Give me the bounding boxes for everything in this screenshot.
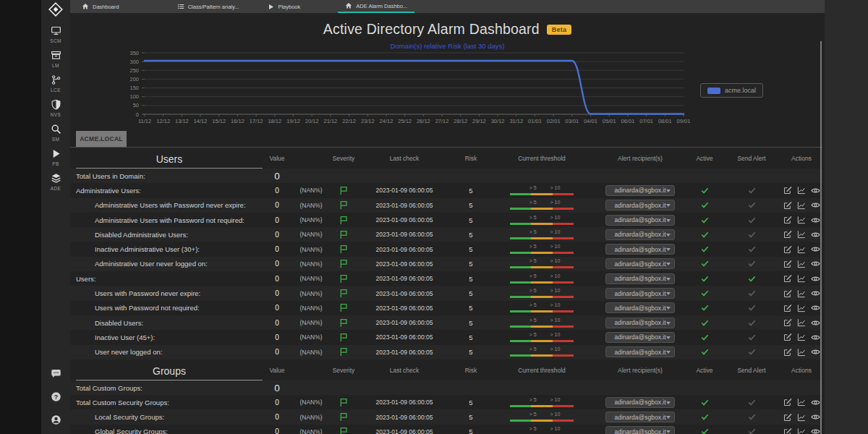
active-toggle[interactable]: [686, 290, 723, 297]
sidebar-item-sm[interactable]: SM: [51, 124, 61, 142]
threshold-bar[interactable]: > 5> 10: [510, 229, 574, 240]
alarm-chart-button[interactable]: [796, 273, 807, 284]
edit-alarm-button[interactable]: [782, 259, 793, 269]
threshold-bar[interactable]: > 5> 10: [510, 215, 574, 226]
alert-recipient-select[interactable]: adinarda@sgbox.it: [605, 397, 675, 408]
alarm-chart-button[interactable]: [796, 259, 807, 269]
send-alert-toggle[interactable]: [723, 290, 780, 297]
threshold-bar[interactable]: > 5> 10: [510, 426, 574, 434]
edit-alarm-button[interactable]: [782, 427, 793, 434]
threshold-bar[interactable]: > 5> 10: [510, 318, 574, 328]
sidebar-item-nvs[interactable]: NVS: [51, 99, 61, 117]
send-alert-toggle[interactable]: [723, 246, 780, 252]
account-button[interactable]: [51, 414, 61, 428]
view-alarm-button[interactable]: [809, 427, 821, 434]
edit-alarm-button[interactable]: [782, 318, 793, 328]
send-alert-toggle[interactable]: [723, 399, 780, 406]
sidebar-item-pb[interactable]: PB: [51, 148, 61, 166]
threshold-bar[interactable]: > 5> 10: [510, 200, 574, 210]
threshold-bar[interactable]: > 5> 10: [510, 346, 574, 357]
view-alarm-button[interactable]: [809, 244, 821, 255]
view-alarm-button[interactable]: [809, 273, 821, 284]
view-alarm-button[interactable]: [809, 259, 821, 269]
alert-recipient-select[interactable]: adinarda@sgbox.it: [605, 273, 675, 284]
view-alarm-button[interactable]: [809, 303, 821, 313]
edit-alarm-button[interactable]: [782, 412, 793, 422]
alert-recipient-select[interactable]: adinarda@sgbox.it: [605, 412, 675, 422]
view-alarm-button[interactable]: [809, 318, 821, 328]
send-alert-toggle[interactable]: [723, 231, 780, 238]
alert-recipient-select[interactable]: adinarda@sgbox.it: [605, 215, 675, 226]
active-toggle[interactable]: [686, 334, 723, 341]
edit-alarm-button[interactable]: [782, 303, 793, 313]
active-toggle[interactable]: [686, 305, 723, 311]
alert-recipient-select[interactable]: adinarda@sgbox.it: [605, 244, 675, 255]
threshold-bar[interactable]: > 5> 10: [510, 273, 574, 284]
send-alert-toggle[interactable]: [723, 320, 780, 326]
sidebar-item-scm[interactable]: SCM: [50, 25, 61, 43]
active-toggle[interactable]: [686, 187, 723, 194]
active-toggle[interactable]: [686, 260, 723, 267]
edit-alarm-button[interactable]: [782, 244, 793, 255]
send-alert-toggle[interactable]: [723, 305, 780, 311]
sidebar-item-lce[interactable]: LCE: [51, 75, 61, 93]
alarm-chart-button[interactable]: [796, 303, 807, 313]
alarm-chart-button[interactable]: [796, 229, 807, 239]
active-toggle[interactable]: [686, 320, 723, 326]
edit-alarm-button[interactable]: [782, 397, 793, 407]
edit-alarm-button[interactable]: [782, 332, 793, 342]
active-toggle[interactable]: [686, 217, 723, 224]
edit-alarm-button[interactable]: [782, 200, 793, 210]
view-alarm-button[interactable]: [809, 289, 821, 299]
chart-legend[interactable]: acme.local: [700, 83, 763, 98]
threshold-bar[interactable]: > 5> 10: [510, 288, 574, 299]
send-alert-toggle[interactable]: [723, 276, 780, 282]
alert-recipient-select[interactable]: adinarda@sgbox.it: [605, 346, 675, 357]
send-alert-toggle[interactable]: [723, 349, 780, 355]
alarm-chart-button[interactable]: [796, 332, 807, 342]
active-toggle[interactable]: [686, 399, 723, 406]
app-logo[interactable]: [48, 2, 63, 20]
alarm-chart-button[interactable]: [796, 289, 807, 299]
edit-alarm-button[interactable]: [782, 273, 793, 284]
alert-recipient-select[interactable]: adinarda@sgbox.it: [605, 258, 675, 269]
sidebar-item-lm[interactable]: LM: [51, 50, 61, 68]
vertical-scrollbar[interactable]: [820, 41, 822, 434]
send-alert-toggle[interactable]: [723, 334, 780, 341]
alert-recipient-select[interactable]: adinarda@sgbox.it: [605, 200, 675, 210]
threshold-bar[interactable]: > 5> 10: [510, 302, 574, 313]
alarm-chart-button[interactable]: [796, 185, 807, 195]
send-alert-toggle[interactable]: [723, 428, 780, 434]
view-alarm-button[interactable]: [809, 412, 821, 422]
threshold-bar[interactable]: > 5> 10: [510, 332, 574, 343]
view-alarm-button[interactable]: [809, 397, 821, 407]
active-toggle[interactable]: [686, 276, 723, 282]
tab-ade-alarm-dashboard[interactable]: ADE Alarm Dashbo...: [338, 0, 414, 13]
alert-recipient-select[interactable]: adinarda@sgbox.it: [605, 302, 675, 313]
threshold-bar[interactable]: > 5> 10: [510, 397, 574, 408]
active-toggle[interactable]: [686, 349, 723, 355]
send-alert-toggle[interactable]: [723, 217, 780, 224]
threshold-bar[interactable]: > 5> 10: [510, 412, 574, 422]
alarm-chart-button[interactable]: [796, 427, 807, 434]
view-alarm-button[interactable]: [809, 185, 821, 195]
tab-domain-acme-local[interactable]: ACME.LOCAL: [76, 131, 127, 147]
edit-alarm-button[interactable]: [782, 215, 793, 225]
alert-recipient-select[interactable]: adinarda@sgbox.it: [605, 332, 675, 343]
active-toggle[interactable]: [686, 202, 723, 208]
active-toggle[interactable]: [686, 414, 723, 420]
alert-recipient-select[interactable]: adinarda@sgbox.it: [605, 229, 675, 240]
alarm-chart-button[interactable]: [796, 397, 807, 407]
active-toggle[interactable]: [686, 428, 723, 434]
view-alarm-button[interactable]: [809, 229, 821, 239]
edit-alarm-button[interactable]: [782, 185, 793, 195]
view-alarm-button[interactable]: [809, 200, 821, 210]
alarm-chart-button[interactable]: [796, 318, 807, 328]
send-alert-toggle[interactable]: [723, 260, 780, 267]
send-alert-toggle[interactable]: [723, 414, 780, 420]
alert-recipient-select[interactable]: adinarda@sgbox.it: [605, 426, 675, 434]
alarm-chart-button[interactable]: [796, 215, 807, 225]
threshold-bar[interactable]: > 5> 10: [510, 244, 574, 255]
view-alarm-button[interactable]: [809, 332, 821, 342]
alarm-chart-button[interactable]: [796, 412, 807, 422]
